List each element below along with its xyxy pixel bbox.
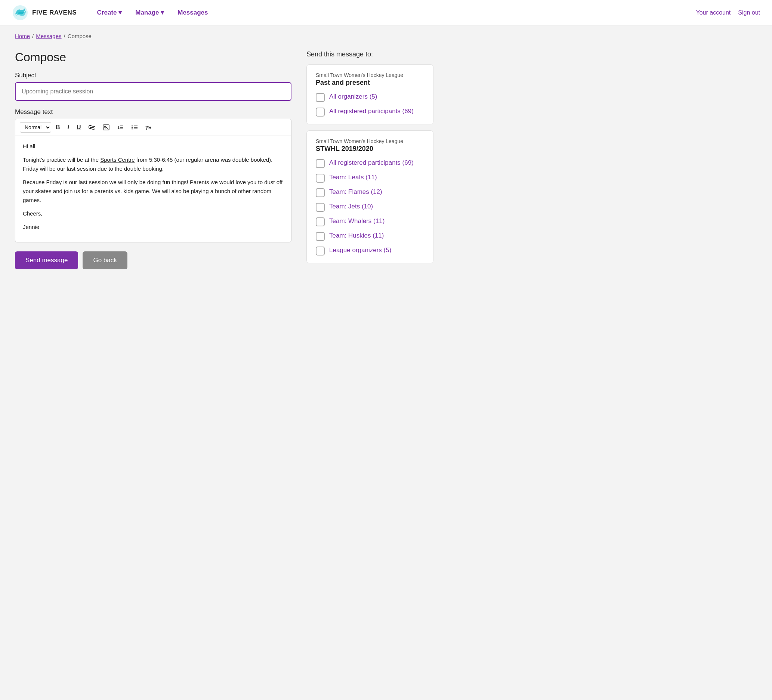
checkbox-row-0-0: All organizers (5) [316,93,424,102]
checkbox-1-4[interactable] [316,217,325,226]
subject-label: Subject [15,72,291,79]
recipient-card-1: Small Town Women's Hockey League STWHL 2… [306,131,433,263]
body-line-5: Jennie [23,223,284,232]
body-line-1: Hi all, [23,142,284,151]
navbar: FIVE RAVENS Create ▾ Manage ▾ Messages Y… [0,0,772,25]
send-message-button[interactable]: Send message [15,251,78,269]
checkbox-label-1-2[interactable]: Team: Flames (12) [329,188,382,196]
page-wrapper: Compose Subject Message text Normal B I … [0,39,448,281]
ordered-list-button[interactable]: 1. [114,123,127,132]
nav-manage[interactable]: Manage ▾ [130,6,169,20]
editor-toolbar: Normal B I U [15,119,291,136]
card-0-league: Small Town Women's Hockey League [316,72,424,78]
logo-icon [12,5,28,21]
brand-logo[interactable]: FIVE RAVENS [12,5,77,21]
editor-body[interactable]: Hi all, Tonight's practice will be at th… [15,136,291,242]
nav-right: Your account Sign out [696,9,760,16]
breadcrumb-current: Compose [68,33,92,39]
checkbox-label-1-0[interactable]: All registered participants (69) [329,159,414,167]
checkbox-row-1-4: Team: Whalers (11) [316,217,424,226]
breadcrumb: Home / Messages / Compose [0,25,772,39]
checkbox-1-5[interactable] [316,232,325,241]
body-line-3: Because Friday is our last session we wi… [23,178,284,205]
checkbox-label-0-0[interactable]: All organizers (5) [329,93,378,101]
your-account-link[interactable]: Your account [696,9,731,16]
unordered-list-button[interactable] [128,123,141,132]
message-editor: Normal B I U [15,119,291,242]
checkbox-label-0-1[interactable]: All registered participants (69) [329,107,414,116]
checkbox-0-1[interactable] [316,108,325,117]
sign-out-link[interactable]: Sign out [738,9,760,16]
image-icon [103,124,110,131]
nav-links: Create ▾ Manage ▾ Messages [92,6,696,20]
send-to-label: Send this message to: [306,51,433,58]
nav-messages[interactable]: Messages [172,6,213,20]
underline-button[interactable]: U [74,122,84,132]
card-1-league: Small Town Women's Hockey League [316,138,424,144]
checkbox-row-1-0: All registered participants (69) [316,159,424,168]
side-column: Send this message to: Small Town Women's… [306,51,433,269]
subject-input[interactable] [15,82,291,101]
checkbox-label-1-3[interactable]: Team: Jets (10) [329,202,373,211]
body-line-2: Tonight's practice will be at the Sports… [23,155,284,173]
link-button[interactable] [85,123,98,132]
checkbox-label-1-6[interactable]: League organizers (5) [329,246,391,255]
bold-button[interactable]: B [53,122,63,132]
checkbox-label-1-1[interactable]: Team: Leafs (11) [329,173,377,182]
format-select[interactable]: Normal [20,122,51,132]
checkbox-row-1-1: Team: Leafs (11) [316,173,424,183]
checkbox-1-6[interactable] [316,246,325,256]
checkbox-row-1-5: Team: Huskies (11) [316,232,424,241]
image-button[interactable] [100,123,113,132]
nav-create[interactable]: Create ▾ [92,6,128,20]
italic-button[interactable]: I [65,122,72,132]
svg-point-7 [131,126,132,127]
link-icon [88,125,95,130]
body-line-4: Cheers, [23,209,284,218]
clear-format-button[interactable]: Tx [142,123,154,132]
checkbox-0-0[interactable] [316,93,325,102]
svg-point-8 [131,127,132,128]
checkbox-1-1[interactable] [316,174,325,183]
message-label: Message text [15,108,291,116]
checkbox-1-0[interactable] [316,159,325,168]
card-1-season: STWHL 2019/2020 [316,145,424,153]
checkbox-label-1-5[interactable]: Team: Huskies (11) [329,232,384,240]
brand-name: FIVE RAVENS [32,9,77,16]
checkbox-row-1-6: League organizers (5) [316,246,424,256]
main-column: Compose Subject Message text Normal B I … [15,51,291,269]
checkbox-row-1-3: Team: Jets (10) [316,202,424,212]
checkbox-1-3[interactable] [316,203,325,212]
checkbox-row-0-1: All registered participants (69) [316,107,424,117]
checkbox-label-1-4[interactable]: Team: Whalers (11) [329,217,384,225]
card-0-season: Past and present [316,79,424,86]
svg-point-9 [131,129,132,130]
ordered-list-icon: 1. [117,124,124,131]
checkbox-row-1-2: Team: Flames (12) [316,188,424,197]
button-row: Send message Go back [15,251,291,269]
breadcrumb-home[interactable]: Home [15,33,30,39]
breadcrumb-messages[interactable]: Messages [36,33,61,39]
go-back-button[interactable]: Go back [83,251,127,269]
page-title: Compose [15,51,291,64]
checkbox-1-2[interactable] [316,188,325,197]
recipient-card-0: Small Town Women's Hockey League Past an… [306,64,433,124]
unordered-list-icon [131,124,138,131]
